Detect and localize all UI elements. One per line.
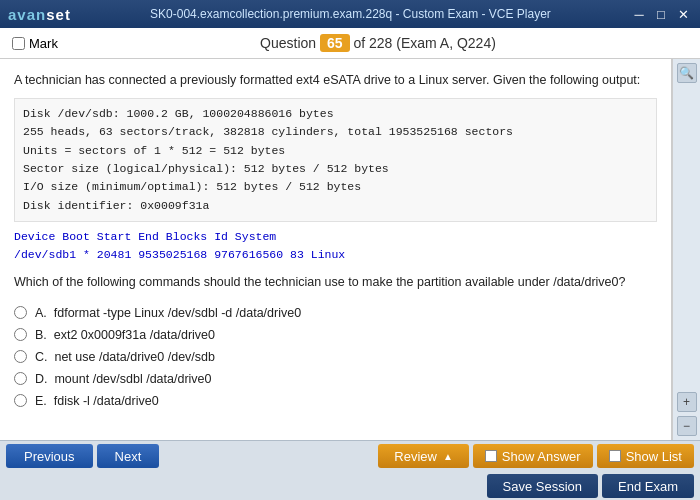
minimize-button[interactable]: ─ <box>630 5 648 23</box>
question-number-badge: 65 <box>320 34 350 52</box>
question-content: A technician has connected a previously … <box>0 59 672 440</box>
option-a[interactable]: A. fdformat -type Linux /dev/sdbl -d /da… <box>14 302 657 324</box>
review-arrow-icon: ▲ <box>443 451 453 462</box>
maximize-button[interactable]: □ <box>652 5 670 23</box>
option-e-radio[interactable] <box>14 394 27 407</box>
total-questions: of 228 (Exam A, Q224) <box>353 35 495 51</box>
option-c-label: C. net use /data/drive0 /dev/sdb <box>35 350 215 364</box>
options-list: A. fdformat -type Linux /dev/sdbl -d /da… <box>14 302 657 412</box>
option-a-label: A. fdformat -type Linux /dev/sdbl -d /da… <box>35 306 301 320</box>
main-window: Mark Question 65 of 228 (Exam A, Q224) A… <box>0 28 700 500</box>
intro-text: A technician has connected a previously … <box>14 71 657 90</box>
show-answer-checkbox <box>485 450 497 462</box>
device-table: Device Boot Start End Blocks Id System /… <box>14 228 657 265</box>
toolbar-row1: Previous Next Review ▲ Show Answer Show … <box>0 441 700 471</box>
app-logo: avanset <box>8 6 71 23</box>
option-c[interactable]: C. net use /data/drive0 /dev/sdb <box>14 346 657 368</box>
option-e-label: E. fdisk -l /data/drive0 <box>35 394 159 408</box>
show-answer-button[interactable]: Show Answer <box>473 444 593 468</box>
review-button[interactable]: Review ▲ <box>378 444 469 468</box>
review-label: Review <box>394 449 437 464</box>
question-info: Question 65 of 228 (Exam A, Q224) <box>68 34 688 52</box>
bottom-toolbar: Previous Next Review ▲ Show Answer Show … <box>0 440 700 500</box>
mark-checkbox[interactable]: Mark <box>12 36 58 51</box>
close-button[interactable]: ✕ <box>674 5 692 23</box>
content-area: A technician has connected a previously … <box>0 59 700 440</box>
show-list-checkbox <box>609 450 621 462</box>
option-d[interactable]: D. mount /dev/sdbl /data/drive0 <box>14 368 657 390</box>
next-button[interactable]: Next <box>97 444 160 468</box>
option-b[interactable]: B. ext2 0x0009f31a /data/drive0 <box>14 324 657 346</box>
mark-input[interactable] <box>12 37 25 50</box>
question-label: Question <box>260 35 316 51</box>
code-block: Disk /dev/sdb: 1000.2 GB, 1000204886016 … <box>14 98 657 222</box>
device-table-label: Device Boot Start End Blocks Id System <box>14 228 657 246</box>
option-a-radio[interactable] <box>14 306 27 319</box>
end-exam-button[interactable]: End Exam <box>602 474 694 498</box>
title-bar: avanset SK0-004.examcollection.premium.e… <box>0 0 700 28</box>
show-list-label: Show List <box>626 449 682 464</box>
option-d-radio[interactable] <box>14 372 27 385</box>
option-d-label: D. mount /dev/sdbl /data/drive0 <box>35 372 211 386</box>
show-answer-label: Show Answer <box>502 449 581 464</box>
window-title: SK0-004.examcollection.premium.exam.228q… <box>71 7 630 21</box>
device-table-row: /dev/sdb1 * 20481 9535025168 9767616560 … <box>14 246 657 264</box>
option-b-label: B. ext2 0x0009f31a /data/drive0 <box>35 328 215 342</box>
question-header: Mark Question 65 of 228 (Exam A, Q224) <box>0 28 700 59</box>
option-e[interactable]: E. fdisk -l /data/drive0 <box>14 390 657 412</box>
window-controls[interactable]: ─ □ ✕ <box>630 5 692 23</box>
scrollbar-sidebar: 🔍 + − <box>672 59 700 440</box>
option-c-radio[interactable] <box>14 350 27 363</box>
option-b-radio[interactable] <box>14 328 27 341</box>
search-button[interactable]: 🔍 <box>677 63 697 83</box>
zoom-in-button[interactable]: + <box>677 392 697 412</box>
save-session-button[interactable]: Save Session <box>487 474 599 498</box>
show-list-button[interactable]: Show List <box>597 444 694 468</box>
zoom-out-button[interactable]: − <box>677 416 697 436</box>
toolbar-row2: Save Session End Exam <box>0 471 700 500</box>
answer-question: Which of the following commands should t… <box>14 273 657 292</box>
mark-label: Mark <box>29 36 58 51</box>
previous-button[interactable]: Previous <box>6 444 93 468</box>
